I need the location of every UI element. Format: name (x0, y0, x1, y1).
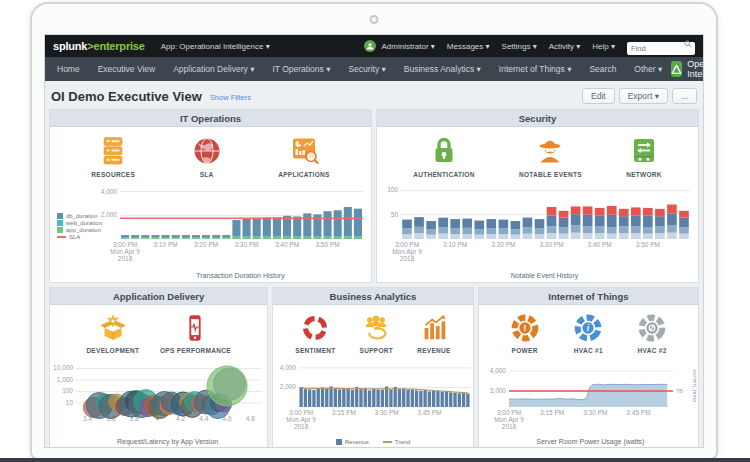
kpi-hvac-1[interactable]: i HVAC #1 (572, 312, 604, 354)
svg-text:3:40 PM: 3:40 PM (588, 241, 612, 248)
svg-text:100: 100 (62, 387, 73, 394)
nav-business-analytics[interactable]: Business Analytics ▾ (395, 64, 490, 74)
svg-text:3:45 PM: 3:45 PM (626, 409, 650, 416)
revenue-trend-chart[interactable]: 2,0004,0003:00 PMMon Apr 920183:15 PM3:3… (273, 361, 472, 439)
power-usage-chart[interactable]: 3,0004,0003:00 PMMon Apr 920183:15 PM3:3… (479, 361, 698, 438)
lock-icon (427, 134, 461, 168)
search-icon (684, 40, 692, 48)
kpi-revenue[interactable]: REVENUE (417, 312, 451, 354)
kpi-authentication[interactable]: AUTHENTICATION (413, 134, 475, 178)
chart-caption: Server Room Power Usage (watts) (479, 438, 698, 448)
app-menu[interactable]: App: Operational Intelligence ▾ (161, 42, 270, 51)
user-avatar-icon[interactable] (364, 40, 376, 52)
app-badge[interactable]: Operational Intelligence (671, 59, 704, 79)
transaction-duration-chart[interactable]: db_durationweb_durationapp_durationSLA 2… (50, 183, 371, 272)
svg-text:4.4: 4.4 (199, 415, 208, 422)
app-badge-label: Operational Intelligence (687, 59, 704, 79)
app-monitor-icon (287, 134, 321, 168)
chart-caption: Request/Latency by App Version (50, 438, 267, 448)
menu-activity[interactable]: Activity ▾ (549, 42, 581, 51)
nav-search[interactable]: Search (580, 64, 625, 74)
show-filters-link[interactable]: Show Filters (210, 93, 251, 102)
panel-business-analytics: Business Analytics SENTIMENT (272, 287, 473, 448)
panel-title: Security (377, 110, 698, 127)
edit-button[interactable]: Edit (582, 88, 615, 104)
kpi-support[interactable]: SUPPORT (360, 312, 394, 354)
svg-text:3:30 PM: 3:30 PM (539, 241, 563, 248)
svg-text:4,000: 4,000 (280, 364, 297, 371)
menu-settings[interactable]: Settings ▾ (502, 42, 537, 51)
export-button[interactable]: Export ▾ (619, 88, 668, 104)
svg-text:2018: 2018 (118, 255, 133, 262)
svg-text:2018: 2018 (400, 255, 415, 262)
svg-text:4,000: 4,000 (489, 367, 506, 374)
nav-executive-view[interactable]: Executive View (89, 64, 164, 74)
svg-text:3:45 PM: 3:45 PM (418, 409, 442, 416)
nav-other[interactable]: Other ▾ (625, 64, 671, 74)
svg-text:2,000: 2,000 (280, 383, 297, 390)
kpi-hvac-2[interactable]: HVAC #2 (636, 312, 668, 354)
nav-home[interactable]: Home (57, 64, 89, 74)
svg-text:3:15 PM: 3:15 PM (540, 409, 564, 416)
svg-text:current_temp: current_temp (692, 370, 697, 402)
svg-text:50: 50 (391, 211, 399, 218)
svg-text:3:30 PM: 3:30 PM (375, 409, 399, 416)
device-frame: splunk>enterprise App: Operational Intel… (30, 2, 718, 460)
globe-icon (190, 134, 224, 168)
bar-growth-icon (418, 312, 450, 344)
box-gear-icon (97, 312, 129, 344)
svg-text:3,000: 3,000 (489, 387, 506, 394)
panel-it-operations: IT Operations (49, 109, 372, 283)
more-button[interactable]: ... (672, 88, 697, 104)
svg-text:2018: 2018 (502, 423, 517, 430)
svg-text:3:10 PM: 3:10 PM (443, 241, 467, 248)
svg-text:3:30 PM: 3:30 PM (583, 409, 607, 416)
kpi-resources[interactable]: RESOURCES (91, 134, 135, 178)
svg-text:3:40 PM: 3:40 PM (275, 241, 299, 248)
chart-caption: Notable Event History (377, 272, 698, 282)
panel-title: IT Operations (50, 110, 371, 127)
fan-off-icon (636, 312, 668, 344)
svg-text:3:00 PM: 3:00 PM (497, 409, 521, 416)
svg-text:3:00 PM: 3:00 PM (395, 241, 419, 248)
people-cycle-icon (360, 312, 392, 344)
svg-text:3:50 PM: 3:50 PM (636, 241, 660, 248)
kpi-notable-events[interactable]: NOTABLE EVENTS (519, 134, 582, 178)
kpi-sentiment[interactable]: SENTIMENT (295, 312, 335, 354)
nav-security[interactable]: Security ▾ (339, 64, 394, 74)
nav-application-delivery[interactable]: Application Delivery ▾ (164, 64, 263, 74)
panel-title: Business Analytics (273, 288, 472, 305)
operational-intelligence-icon (671, 61, 682, 77)
kpi-development[interactable]: DEVELOPMENT (86, 312, 139, 354)
menu-help[interactable]: Help ▾ (592, 42, 615, 51)
nav-it-operations[interactable]: IT Operations ▾ (263, 64, 339, 74)
panel-security: Security AUTHENTICATION (376, 109, 699, 283)
dashboard-nav: Home Executive View Application Delivery… (45, 57, 703, 81)
request-latency-chart[interactable]: 101001,00010,0003.43.63.844.24.44.64.8 (50, 361, 267, 438)
panel-title: Internet of Things (479, 288, 698, 305)
camera-dot (370, 15, 379, 24)
kpi-sla[interactable]: SLA (190, 134, 224, 178)
kpi-power[interactable]: ! POWER (509, 312, 541, 354)
svg-text:100: 100 (387, 186, 398, 193)
svg-text:3:20 PM: 3:20 PM (491, 241, 515, 248)
spy-icon (533, 134, 567, 168)
network-switch-icon (627, 134, 661, 168)
nav-internet-of-things[interactable]: Internet of Things ▾ (490, 64, 581, 74)
kpi-applications[interactable]: APPLICATIONS (278, 134, 330, 178)
refresh-ring-icon (299, 312, 331, 344)
server-rack-icon (96, 134, 130, 168)
menu-administrator[interactable]: Administrator ▾ (381, 42, 434, 51)
fan-alert-icon: ! (509, 312, 541, 344)
svg-text:4,000: 4,000 (101, 188, 118, 195)
svg-text:10: 10 (66, 399, 74, 406)
svg-text:!: ! (523, 323, 526, 333)
svg-text:3:10 PM: 3:10 PM (153, 241, 177, 248)
kpi-ops-performance[interactable]: OPS PERFORMANCE (160, 312, 231, 354)
menu-messages[interactable]: Messages ▾ (447, 42, 490, 51)
kpi-network[interactable]: NETWORK (626, 134, 662, 178)
phone-pulse-icon (179, 312, 211, 344)
page-title: OI Demo Executive View (51, 89, 202, 104)
notable-event-chart[interactable]: 501003:00 PMMon Apr 920183:10 PM3:20 PM3… (377, 183, 698, 272)
svg-text:10,000: 10,000 (53, 364, 73, 371)
